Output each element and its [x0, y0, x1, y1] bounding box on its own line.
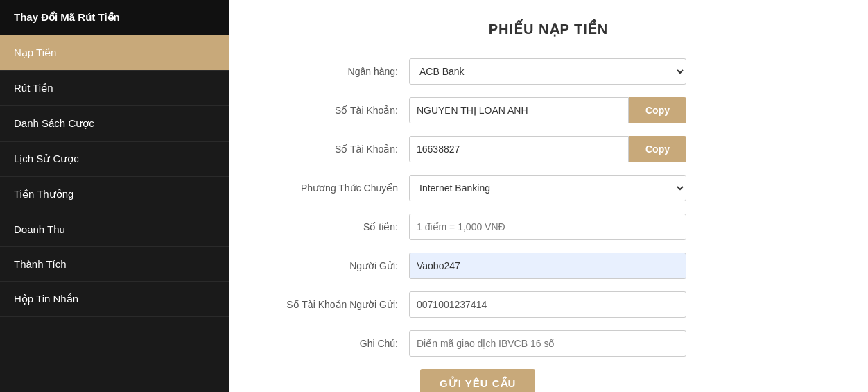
sidebar-item-lich-su-cuoc[interactable]: Lịch Sử Cược: [0, 142, 229, 177]
note-input[interactable]: [409, 330, 686, 357]
page-title: PHIẾU NẠP TIỀN: [270, 21, 826, 37]
note-label: Ghi Chú:: [270, 338, 409, 349]
sidebar-item-thay-doi[interactable]: Thay Đổi Mã Rút Tiền: [0, 0, 229, 35]
sidebar: Thay Đổi Mã Rút TiềnNạp TiềnRút TiềnDanh…: [0, 0, 229, 392]
copy-account-number-button[interactable]: Copy: [629, 136, 686, 162]
sidebar-item-rut-tien[interactable]: Rút Tiền: [0, 71, 229, 106]
sidebar-item-doanh-thu[interactable]: Doanh Thu: [0, 212, 229, 247]
transfer-method-label: Phương Thức Chuyển: [270, 182, 409, 194]
sidebar-item-hop-tin-nhan[interactable]: Hộp Tin Nhắn: [0, 282, 229, 317]
account-name-input-group: Copy: [409, 97, 686, 123]
sender-account-label: Số Tài Khoản Người Gửi:: [270, 299, 409, 310]
transfer-method-row: Phương Thức Chuyển Internet BankingChuyể…: [270, 175, 826, 201]
bank-select[interactable]: ACB BankVietcombankTechcombankBIDVVietin…: [409, 58, 686, 85]
sidebar-item-thanh-tich[interactable]: Thành Tích: [0, 247, 229, 282]
account-number-input-group: Copy: [409, 136, 686, 162]
sender-label: Người Gửi:: [270, 260, 409, 271]
account-name-input[interactable]: [409, 97, 629, 123]
bank-label: Ngân hàng:: [270, 66, 409, 77]
copy-account-name-button[interactable]: Copy: [629, 97, 686, 123]
account-number-input[interactable]: [409, 136, 629, 162]
sidebar-item-nap-tien[interactable]: Nạp Tiền: [0, 35, 229, 71]
sender-input[interactable]: [409, 253, 686, 279]
amount-input[interactable]: [409, 214, 686, 240]
sender-account-input[interactable]: [409, 291, 686, 318]
sender-account-row: Số Tài Khoản Người Gửi:: [270, 291, 826, 318]
bank-row: Ngân hàng: ACB BankVietcombankTechcomban…: [270, 58, 826, 85]
submit-row: GỬI YÊU CẦU: [270, 369, 826, 392]
sender-row: Người Gửi:: [270, 253, 826, 279]
main-content: PHIẾU NẠP TIỀN Ngân hàng: ACB BankVietco…: [229, 0, 868, 392]
account-name-row: Số Tài Khoản: Copy: [270, 97, 826, 123]
sidebar-item-danh-sach-cuoc[interactable]: Danh Sách Cược: [0, 106, 229, 142]
sidebar-item-tien-thuong[interactable]: Tiền Thưởng: [0, 177, 229, 212]
account-number-label: Số Tài Khoản:: [270, 144, 409, 155]
account-number-row: Số Tài Khoản: Copy: [270, 136, 826, 162]
transfer-method-select[interactable]: Internet BankingChuyển khoản tại quầyATM: [409, 175, 686, 201]
account-name-label: Số Tài Khoản:: [270, 105, 409, 116]
amount-row: Số tiền:: [270, 214, 826, 240]
submit-button[interactable]: GỬI YÊU CẦU: [420, 369, 535, 392]
amount-label: Số tiền:: [270, 221, 409, 232]
note-row: Ghi Chú:: [270, 330, 826, 357]
